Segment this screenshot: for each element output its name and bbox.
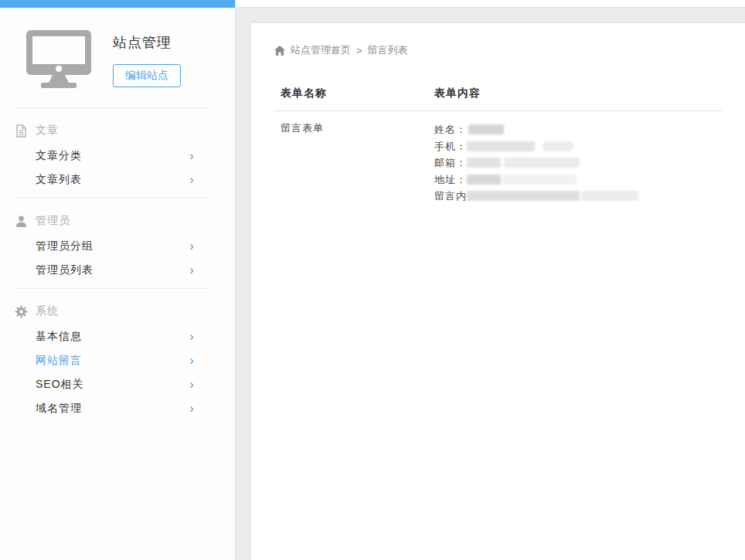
content-background: 站点管理首页 > 留言列表 表单名称 表单内容 留言表单 姓名： xyxy=(236,8,745,560)
message-field-phone: 手机： xyxy=(434,138,722,155)
chevron-right-icon: › xyxy=(189,378,194,391)
sidebar-header: 站点管理 编辑站点 xyxy=(0,8,235,107)
document-icon xyxy=(15,124,28,137)
monitor-icon xyxy=(23,29,94,89)
section-head-admins: 管理员 xyxy=(15,209,208,234)
sidebar-top-accent-bar xyxy=(0,0,235,8)
main-top-strip xyxy=(236,0,745,8)
edit-site-button[interactable]: 编辑站点 xyxy=(113,64,181,87)
gear-icon xyxy=(15,305,28,318)
section-head-system: 系统 xyxy=(15,300,208,324)
home-icon xyxy=(274,46,285,56)
table-row: 留言表单 姓名： 手机： 邮箱： 地址： xyxy=(274,111,722,205)
breadcrumb: 站点管理首页 > 留言列表 xyxy=(274,43,722,57)
table-header-form-name: 表单名称 xyxy=(274,87,434,100)
sidebar-item-admin-list[interactable]: 管理员列表 › xyxy=(15,258,208,282)
sidebar-section-admins: 管理员 管理员分组 › 管理员列表 › xyxy=(15,198,208,288)
section-label-system: 系统 xyxy=(36,304,59,318)
sidebar-item-basic-info[interactable]: 基本信息 › xyxy=(15,324,208,348)
sidebar-item-seo[interactable]: SEO相关 › xyxy=(15,372,208,396)
chevron-right-icon: › xyxy=(189,149,194,162)
breadcrumb-separator: > xyxy=(356,45,362,56)
section-label-admins: 管理员 xyxy=(36,214,70,228)
chevron-right-icon: › xyxy=(189,239,194,253)
chevron-right-icon: › xyxy=(189,173,194,186)
section-label-articles: 文章 xyxy=(36,124,59,137)
redacted-value xyxy=(581,191,638,201)
redacted-value xyxy=(504,158,580,168)
redacted-value xyxy=(467,175,501,185)
message-field-content: 留言内 xyxy=(434,188,722,205)
sidebar: 站点管理 编辑站点 文章 文章分类 › xyxy=(0,0,236,560)
redacted-value xyxy=(502,175,577,185)
message-field-address: 地址： xyxy=(434,171,722,188)
redacted-value xyxy=(467,191,580,201)
form-name-cell: 留言表单 xyxy=(274,121,434,205)
sidebar-item-admin-groups[interactable]: 管理员分组 › xyxy=(15,234,208,258)
breadcrumb-home-link[interactable]: 站点管理首页 xyxy=(291,43,351,57)
chevron-right-icon: › xyxy=(189,354,194,367)
message-table: 表单名称 表单内容 留言表单 姓名： 手机： 邮箱： xyxy=(274,87,722,205)
message-field-name: 姓名： xyxy=(434,121,722,138)
form-content-cell: 姓名： 手机： 邮箱： 地址： 留言内 xyxy=(434,121,722,205)
redacted-value xyxy=(468,124,504,134)
chevron-right-icon: › xyxy=(189,330,194,343)
sidebar-section-articles: 文章 文章分类 › 文章列表 › xyxy=(15,107,208,198)
sidebar-menu: 文章 文章分类 › 文章列表 › 管理员 xyxy=(15,107,208,426)
user-icon xyxy=(15,215,28,228)
sidebar-section-system: 系统 基本信息 › 网站留言 › SEO相关 › 域名管理 › xyxy=(15,288,208,426)
content-card: 站点管理首页 > 留言列表 表单名称 表单内容 留言表单 姓名： xyxy=(251,23,745,560)
main-area: 站点管理首页 > 留言列表 表单名称 表单内容 留言表单 姓名： xyxy=(236,0,745,560)
sidebar-item-article-categories[interactable]: 文章分类 › xyxy=(15,144,208,168)
breadcrumb-current: 留言列表 xyxy=(368,43,408,57)
section-head-articles: 文章 xyxy=(15,119,208,144)
sidebar-item-article-list[interactable]: 文章列表 › xyxy=(15,168,208,192)
chevron-right-icon: › xyxy=(189,402,194,415)
redacted-value xyxy=(543,141,573,151)
table-header-row: 表单名称 表单内容 xyxy=(274,87,722,111)
table-header-form-content: 表单内容 xyxy=(434,87,481,100)
sidebar-item-domains[interactable]: 域名管理 › xyxy=(15,396,208,420)
page-title: 站点管理 xyxy=(113,33,181,52)
redacted-value xyxy=(467,141,535,151)
redacted-value xyxy=(467,158,501,168)
chevron-right-icon: › xyxy=(189,263,194,277)
message-field-email: 邮箱： xyxy=(434,154,722,171)
sidebar-item-site-messages[interactable]: 网站留言 › xyxy=(15,348,208,372)
